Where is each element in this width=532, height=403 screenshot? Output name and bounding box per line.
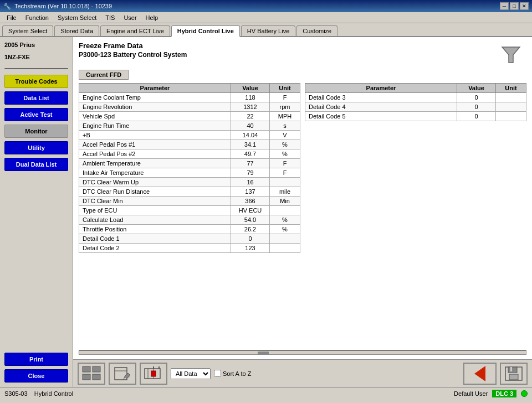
svg-rect-1 [83, 366, 90, 372]
value-cell: 34.1 [231, 140, 270, 149]
menu-help[interactable]: Help [141, 13, 163, 22]
close-button[interactable]: Close [4, 369, 68, 383]
unit-cell: % [270, 215, 300, 225]
unit-cell: rpm [270, 102, 300, 112]
svg-rect-2 [93, 366, 100, 372]
param-cell: Ambient Temperature [79, 159, 231, 168]
table-row: Calculate Load 54.0 % [79, 215, 300, 225]
engine-code: 1NZ-FXE [4, 54, 68, 60]
unit-cell [496, 102, 526, 112]
data-tables: Parameter Value Unit Engine Coolant Temp… [79, 83, 526, 349]
horizontal-scrollbar[interactable] [79, 350, 526, 355]
table-row: Type of ECU HV ECU [79, 206, 300, 215]
svg-rect-5 [115, 368, 127, 380]
tab-engine-ect-live[interactable]: Engine and ECT Live [100, 25, 170, 36]
unit-cell [496, 93, 526, 102]
ffd-tab-bar: Current FFD [79, 70, 526, 80]
table-row: Detail Code 3 0 [305, 93, 526, 102]
col-header-unit-1: Unit [270, 84, 300, 93]
param-cell: Detail Code 4 [305, 102, 457, 112]
trouble-codes-button[interactable]: Trouble Codes [4, 75, 68, 88]
value-cell: 16 [231, 178, 270, 187]
tab-system-select[interactable]: System Select [2, 25, 53, 36]
sidebar: 2005 Prius 1NZ-FXE Trouble Codes Data Li… [0, 37, 73, 387]
unit-cell: V [270, 131, 300, 140]
statusbar: S305-03 Hybrid Control Default User DLC … [0, 387, 532, 399]
menu-function[interactable]: Function [21, 13, 53, 22]
back-button[interactable] [463, 363, 497, 385]
param-cell: Type of ECU [79, 206, 231, 215]
unit-cell: mile [270, 187, 300, 197]
utility-button[interactable]: Utility [4, 141, 68, 154]
status-left: S305-03 Hybrid Control [4, 390, 73, 397]
filter-icon[interactable] [500, 44, 522, 70]
print-button[interactable]: Print [4, 353, 68, 366]
menu-tis[interactable]: TIS [101, 13, 119, 22]
sort-checkbox[interactable] [214, 370, 221, 377]
col-header-param-1: Parameter [79, 84, 231, 93]
value-cell: HV ECU [231, 206, 270, 215]
table-row: Detail Code 2 123 [79, 244, 300, 253]
svg-rect-17 [510, 367, 512, 371]
value-cell: 14.04 [231, 131, 270, 140]
titlebar-left: 🔧 Techstream (Ver 10.10.018) - 10239 [3, 3, 112, 10]
scroll-thumb [258, 352, 269, 355]
page-subtitle: P3000-123 Battery Control System [79, 51, 187, 59]
unit-cell [270, 244, 300, 253]
svg-rect-4 [93, 374, 100, 380]
unit-cell [270, 178, 300, 187]
param-cell: DTC Clear Warm Up [79, 178, 231, 187]
menu-file[interactable]: File [2, 13, 21, 22]
ffd-tab-current[interactable]: Current FFD [79, 70, 129, 80]
param-cell: Detail Code 2 [79, 244, 231, 253]
maximize-button[interactable]: □ [510, 2, 519, 10]
value-cell: 0 [457, 93, 496, 102]
table-row: Engine Revolution 1312 rpm [79, 102, 300, 112]
vehicle-name: 2005 Prius [4, 42, 68, 48]
dual-data-list-button[interactable]: Dual Data List [4, 158, 68, 171]
data-filter-dropdown-wrap: All Data Option 1 Option 2 [171, 368, 211, 379]
tab-stored-data[interactable]: Stored Data [54, 25, 99, 36]
data-table-2: Parameter Value Unit Detail Code 3 0 Det… [305, 83, 526, 349]
edit-button[interactable] [109, 363, 136, 385]
table-row: DTC Clear Run Distance 137 mile [79, 187, 300, 197]
value-cell: 49.7 [231, 149, 270, 159]
sort-text: Sort A to Z [223, 370, 251, 377]
tab-hybrid-control-live[interactable]: Hybrid Control Live [171, 25, 240, 37]
settings-button[interactable] [140, 363, 167, 385]
tab-customize[interactable]: Customize [296, 25, 337, 36]
unit-cell: MPH [270, 112, 300, 121]
content-area: Freeze Frame Data P3000-123 Battery Cont… [73, 37, 532, 387]
active-test-button[interactable]: Active Test [4, 108, 68, 121]
tab-hv-battery-live[interactable]: HV Battery Live [241, 25, 295, 36]
data-list-button[interactable]: Data List [4, 91, 68, 105]
table-row: DTC Clear Min 366 Min [79, 197, 300, 206]
minimize-button[interactable]: ─ [500, 2, 509, 10]
tabbar: System Select Stored Data Engine and ECT… [0, 23, 532, 37]
status-right: Default User DLC 3 [454, 390, 528, 397]
table-row: Detail Code 1 0 [79, 234, 300, 244]
unit-cell: F [270, 93, 300, 102]
param-cell: Detail Code 1 [79, 234, 231, 244]
table-row: Accel Pedal Pos #1 34.1 % [79, 140, 300, 149]
list-view-button[interactable] [78, 363, 105, 385]
table-row: Intake Air Temperature 79 F [79, 168, 300, 178]
monitor-button[interactable]: Monitor [4, 125, 68, 138]
close-button[interactable]: ✕ [520, 2, 529, 10]
user-label: Default User [454, 390, 488, 397]
value-cell: 22 [231, 112, 270, 121]
menu-user[interactable]: User [119, 13, 141, 22]
unit-cell [270, 234, 300, 244]
col-header-value-1: Value [231, 84, 270, 93]
value-cell: 40 [231, 121, 270, 131]
data-filter-dropdown[interactable]: All Data Option 1 Option 2 [171, 368, 211, 379]
save-button[interactable] [500, 363, 528, 385]
menu-system-select[interactable]: System Select [53, 13, 101, 22]
parameter-table-1: Parameter Value Unit Engine Coolant Temp… [79, 83, 300, 253]
value-cell: 0 [457, 112, 496, 121]
titlebar: 🔧 Techstream (Ver 10.10.018) - 10239 ─ □… [0, 0, 532, 12]
menubar: File Function System Select TIS User Hel… [0, 12, 532, 23]
unit-cell: F [270, 159, 300, 168]
sidebar-bottom: Print Close [4, 353, 68, 383]
svg-rect-16 [509, 374, 518, 380]
